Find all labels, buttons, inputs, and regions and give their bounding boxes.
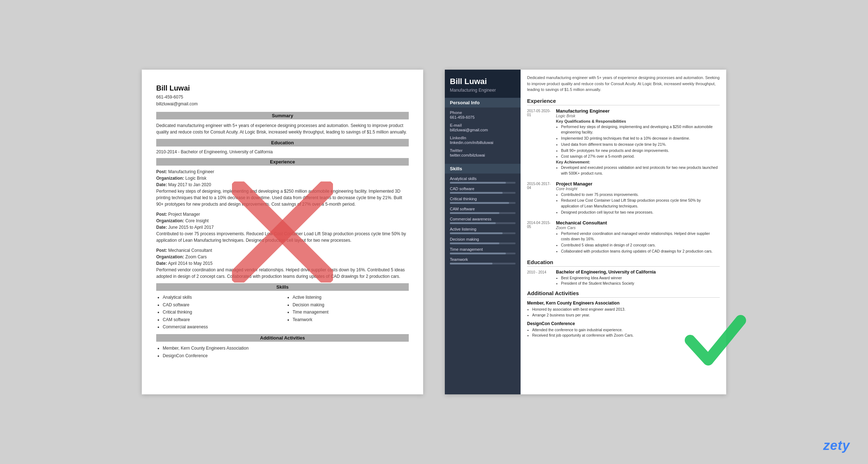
skill-bar-fill xyxy=(450,182,506,184)
exp-company: Zoom Cars xyxy=(556,226,720,230)
bullet-item: Collaborated with production teams durin… xyxy=(561,249,720,254)
good-resume: Bill Luwai Manufacturing Engineer Person… xyxy=(445,70,726,394)
skill-item: Active listening xyxy=(293,294,409,301)
exp-bullets: Performed vendor coordination and manage… xyxy=(556,231,720,254)
bad-email: billzluwai@gmail.com xyxy=(156,101,409,108)
bullet-item: Contributed 5 ideas adopted in design of… xyxy=(561,242,720,248)
phone-label: Phone xyxy=(450,110,516,115)
edu-content: Bachelor of Engineering, University of C… xyxy=(556,270,720,287)
main-container: Bill Luwai 661-459-6075 billzluwai@gmail… xyxy=(0,0,868,464)
bad-resume: Bill Luwai 661-459-6075 billzluwai@gmail… xyxy=(142,70,423,394)
exp-company: Core Insight xyxy=(556,187,720,191)
bad-summary: Dedicated manufacturing engineer with 5+… xyxy=(156,122,409,135)
linkedin-item: LinkedIn linkedin.com/in/billuluwai xyxy=(450,136,516,145)
good-title: Manufacturing Engineer xyxy=(450,88,516,93)
skill-bar-fill xyxy=(450,253,506,254)
exp-content: Project Manager Core Insight Contributed… xyxy=(556,181,720,216)
skill-bar-bg xyxy=(450,222,516,224)
good-main: Dedicated manufacturing engineer with 5+… xyxy=(521,70,726,394)
good-summary: Dedicated manufacturing engineer with 5+… xyxy=(527,75,720,93)
skills-col-1: Analytical skills CAD software Critical … xyxy=(156,294,279,331)
twitter-label: Twitter xyxy=(450,148,516,153)
edu-degree: Bachelor of Engineering, University of C… xyxy=(556,270,720,275)
bullet-item: Implemented 3D printing techniques that … xyxy=(561,136,720,141)
twitter-value: twitter.com/bilzluwai xyxy=(450,153,516,157)
skills-sidebar: Analytical skills CAD software Critical … xyxy=(445,174,521,270)
summary-header: Summary xyxy=(156,112,409,119)
additional-item: DesignCon Conference Attended the confer… xyxy=(527,321,720,339)
skill-name: Commercial awareness xyxy=(450,217,516,221)
bullet-item: Built 90+ prototypes for new products an… xyxy=(561,148,720,154)
bullet-item: Contributed to over 75 process improveme… xyxy=(561,192,720,198)
skill-name: CAD software xyxy=(450,187,516,191)
bullet-item: Reduced Low Cost Container Load Lift Str… xyxy=(561,198,720,209)
linkedin-label: LinkedIn xyxy=(450,136,516,140)
skill-bar-item: Commercial awareness xyxy=(450,217,516,224)
edu-bullet: Best Engineering Idea Award winner xyxy=(561,275,720,281)
skill-item: Critical thinking xyxy=(163,308,279,316)
exp-content: Mechanical Consultant Zoom Cars Performe… xyxy=(556,220,720,255)
experience-entry: 2014-04 2015-05 Mechanical Consultant Zo… xyxy=(527,220,720,255)
skill-bar-fill xyxy=(450,232,503,234)
experience-entry: 2017-05 2020-01 Manufacturing Engineer L… xyxy=(527,108,720,177)
exp-dates: 2017-05 2020-01 xyxy=(527,108,552,177)
email-label: E-mail xyxy=(450,123,516,127)
good-edu-header: Education xyxy=(527,259,720,267)
achievement-item: Developed and executed process validatio… xyxy=(561,165,720,176)
activity-item: DesignCon Conference xyxy=(163,352,409,359)
skill-bar-fill xyxy=(450,192,503,194)
skill-item: Commercial awareness xyxy=(163,323,279,331)
edu-dates: 2010 - 2014 xyxy=(527,270,552,287)
skill-item: Teamwork xyxy=(293,316,409,323)
skill-bar-bg xyxy=(450,242,516,244)
exp-dates: 2014-04 2015-05 xyxy=(527,220,552,255)
skill-bar-item: Time management xyxy=(450,247,516,254)
exp-title: Manufacturing Engineer xyxy=(556,108,720,114)
additional-bullet: Attended the conference to gain industri… xyxy=(532,327,720,333)
skill-bar-fill xyxy=(450,212,499,214)
twitter-item: Twitter twitter.com/bilzluwai xyxy=(450,148,516,157)
skill-bar-bg xyxy=(450,232,516,234)
good-exp-header: Experience xyxy=(527,98,720,105)
additional-title: DesignCon Conference xyxy=(527,321,720,326)
bad-exp-1: Post: Manufacturing Engineer Organizatio… xyxy=(156,168,409,207)
bullet-item: Used data from different teams to decrea… xyxy=(561,142,720,148)
exp-dates: 2015-06 2017-04 xyxy=(527,181,552,216)
additional-header: Additional Activities xyxy=(156,334,409,342)
skill-bar-fill xyxy=(450,222,496,224)
bad-exp-3: Post: Mechanical Consultant Organization… xyxy=(156,247,409,280)
skill-bar-bg xyxy=(450,253,516,254)
skill-name: CAM software xyxy=(450,207,516,211)
skill-name: Analytical skills xyxy=(450,176,516,181)
skill-bar-bg xyxy=(450,202,516,204)
bad-exp-2: Post: Project Manager Organization: Core… xyxy=(156,211,409,244)
skill-name: Teamwork xyxy=(450,257,516,262)
skill-name: Time management xyxy=(450,247,516,251)
skill-item: Decision making xyxy=(293,301,409,308)
skill-item: CAD software xyxy=(163,301,279,308)
education-entry: 2010 - 2014 Bachelor of Engineering, Uni… xyxy=(527,270,720,287)
additional-bullet: Received first job opportunity at confer… xyxy=(532,333,720,338)
bullet-item: Designed production cell layout for two … xyxy=(561,210,720,215)
additional-bullets: Honored by association with best enginee… xyxy=(527,307,720,318)
bad-education: 2010-2014 - Bachelor of Engineering, Uni… xyxy=(156,149,409,154)
skill-bar-fill xyxy=(450,202,509,204)
additional-container: Member, Kern County Engineers Associatio… xyxy=(527,301,720,338)
additional-title: Member, Kern County Engineers Associatio… xyxy=(527,301,720,306)
skill-bar-fill xyxy=(450,242,499,244)
bullet-item: Cost savings of 27% over a 5-month perio… xyxy=(561,154,720,159)
skill-name: Active listening xyxy=(450,227,516,231)
skill-bar-item: CAD software xyxy=(450,187,516,194)
personal-info-block: Phone 661-459-6075 E-mail billzluwai@gma… xyxy=(445,108,521,164)
additional-item: Member, Kern County Engineers Associatio… xyxy=(527,301,720,318)
skill-bar-item: Teamwork xyxy=(450,257,516,264)
zety-watermark: zety xyxy=(823,438,850,453)
exp-content: Manufacturing Engineer Logic Brisk Key Q… xyxy=(556,108,720,177)
skill-bar-item: CAM software xyxy=(450,207,516,214)
good-name: Bill Luwai xyxy=(450,77,516,86)
exp-bullets: Contributed to over 75 process improveme… xyxy=(556,192,720,215)
personal-info-header: Personal Info xyxy=(445,98,521,108)
skill-name: Critical thinking xyxy=(450,197,516,201)
email-value: billzluwai@gmail.com xyxy=(450,128,516,132)
experience-container: 2017-05 2020-01 Manufacturing Engineer L… xyxy=(527,108,720,255)
